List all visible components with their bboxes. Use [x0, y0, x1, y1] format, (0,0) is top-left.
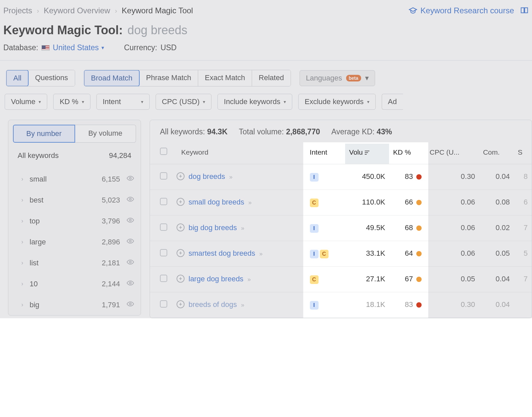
eye-icon[interactable] [127, 258, 134, 267]
row-checkbox[interactable] [160, 275, 167, 282]
filter-include[interactable]: Include keywords▾ [217, 94, 292, 110]
add-keyword-icon[interactable]: + [177, 249, 185, 257]
filter-exclude[interactable]: Exclude keywords▾ [298, 94, 375, 110]
cell-intent: C [306, 190, 345, 215]
filter-intent-label: Intent [103, 97, 121, 106]
cell-sf: 8 [514, 164, 532, 190]
eye-icon[interactable] [127, 279, 134, 288]
cell-kd: 83 [389, 292, 426, 318]
chevrons-right-icon[interactable]: » [241, 302, 244, 308]
intent-badge-c: C [310, 275, 319, 284]
col-kd[interactable]: KD % [389, 144, 426, 164]
breadcrumb-projects[interactable]: Projects [3, 6, 32, 15]
intent-badge-i: I [310, 224, 319, 233]
chevron-right-icon: › [20, 176, 25, 183]
sidebar-item-value: 2,181 [102, 259, 120, 267]
page-title: Keyword Magic Tool: dog breeds [0, 21, 532, 43]
chevron-down-icon: ▾ [365, 74, 369, 82]
row-checkbox[interactable] [160, 249, 167, 256]
keyword-link[interactable]: dog breeds [189, 172, 225, 181]
sidebar-item-small[interactable]: ›small6,155 [8, 169, 141, 190]
col-keyword[interactable]: Keyword [171, 144, 306, 164]
tab-related[interactable]: Related [252, 70, 291, 86]
results-panel: All keywords: 94.3K Total volume: 2,868,… [150, 120, 532, 318]
row-checkbox[interactable] [160, 198, 167, 205]
col-volume-label: Volu [349, 148, 363, 156]
col-intent[interactable]: Intent [306, 144, 345, 164]
sidebar-item-10[interactable]: ›102,144 [8, 273, 141, 294]
sidebar-item-top[interactable]: ›top3,796 [8, 210, 141, 231]
sidebar-item-value: 6,155 [102, 175, 120, 184]
col-sf[interactable]: S [514, 144, 532, 164]
eye-icon[interactable] [127, 300, 134, 309]
tab-broad-match[interactable]: Broad Match [84, 70, 140, 86]
tab-exact-match[interactable]: Exact Match [198, 70, 252, 86]
cell-volume: 27.1K [345, 267, 389, 292]
filter-kd[interactable]: KD %▾ [53, 94, 90, 110]
chevrons-right-icon[interactable]: » [229, 174, 232, 180]
add-keyword-icon[interactable]: + [177, 223, 185, 231]
chevrons-right-icon[interactable]: » [247, 276, 251, 283]
keyword-link[interactable]: large dog breeds [189, 275, 243, 283]
add-keyword-icon[interactable]: + [177, 275, 185, 283]
eye-icon[interactable] [127, 175, 134, 184]
sidebar-item-best[interactable]: ›best5,023 [8, 190, 141, 210]
cell-com: 0.02 [479, 215, 514, 241]
keyword-link[interactable]: small dog breeds [189, 198, 244, 206]
table-row: +dog breeds »I450.0K830.300.048 [150, 164, 532, 190]
keyword-link[interactable]: smartest dog breeds [189, 249, 255, 257]
select-all-checkbox[interactable] [160, 148, 167, 155]
mode-toggle: All Questions [6, 70, 75, 86]
chevron-down-icon: ▾ [203, 99, 205, 104]
database-select[interactable]: United States ▾ [53, 43, 104, 52]
chevrons-right-icon[interactable]: » [248, 199, 252, 206]
sidebar-item-big[interactable]: ›big1,791 [8, 294, 141, 315]
chevron-right-icon: › [37, 7, 39, 15]
cell-com: 0.05 [479, 241, 514, 267]
filter-cpc[interactable]: CPC (USD)▾ [156, 94, 212, 110]
filter-volume[interactable]: Volume▾ [5, 94, 47, 110]
chevron-right-icon: › [20, 280, 25, 287]
chevrons-right-icon[interactable]: » [241, 225, 244, 231]
beta-badge: beta [346, 75, 361, 81]
sidebar-item-large[interactable]: ›large2,896 [8, 231, 141, 252]
sidebar-item-label: list [30, 259, 97, 267]
tab-phrase-match[interactable]: Phrase Match [139, 70, 198, 86]
row-checkbox[interactable] [160, 223, 167, 231]
filter-intent[interactable]: Intent▾ [96, 94, 150, 110]
tab-all[interactable]: All [6, 70, 29, 86]
sidebar-tab-by-volume[interactable]: By volume [75, 125, 136, 143]
keyword-link[interactable]: big dog breeds [189, 223, 237, 232]
sidebar-item-label: large [30, 238, 97, 246]
add-keyword-icon[interactable]: + [177, 172, 185, 180]
table-row: +breeds of dogs »I18.1K830.300.04 [150, 292, 532, 318]
chevrons-right-icon[interactable]: » [259, 250, 263, 257]
cell-cpc: 0.05 [426, 267, 479, 292]
course-link[interactable]: Keyword Research course [409, 6, 514, 15]
sidebar-tab-by-number[interactable]: By number [13, 125, 75, 143]
eye-icon[interactable] [127, 196, 134, 205]
col-com[interactable]: Com. [479, 144, 514, 164]
cell-sf: 5 [514, 241, 532, 267]
row-checkbox[interactable] [160, 172, 167, 180]
languages-dropdown[interactable]: Languages beta ▾ [300, 70, 375, 86]
eye-icon[interactable] [127, 237, 134, 246]
breadcrumb-keyword-overview[interactable]: Keyword Overview [44, 6, 110, 15]
svg-rect-11 [365, 154, 367, 155]
add-keyword-icon[interactable]: + [177, 198, 185, 206]
col-cpc[interactable]: CPC (U... [426, 144, 479, 164]
row-checkbox[interactable] [160, 300, 167, 308]
chevron-right-icon: › [20, 301, 25, 308]
cell-cpc: 0.06 [426, 241, 479, 267]
keyword-link[interactable]: breeds of dogs [189, 300, 237, 309]
sidebar-item-list[interactable]: ›list2,181 [8, 252, 141, 273]
book-icon[interactable] [520, 6, 529, 15]
filter-advanced[interactable]: Ad [382, 94, 403, 110]
tab-questions[interactable]: Questions [28, 70, 74, 86]
eye-icon[interactable] [127, 216, 134, 225]
cell-volume: 450.0K [345, 164, 389, 190]
chevron-down-icon: ▾ [284, 99, 286, 104]
cell-volume: 18.1K [345, 292, 389, 318]
add-keyword-icon[interactable]: + [177, 300, 185, 308]
col-volume[interactable]: Volu [345, 144, 389, 164]
